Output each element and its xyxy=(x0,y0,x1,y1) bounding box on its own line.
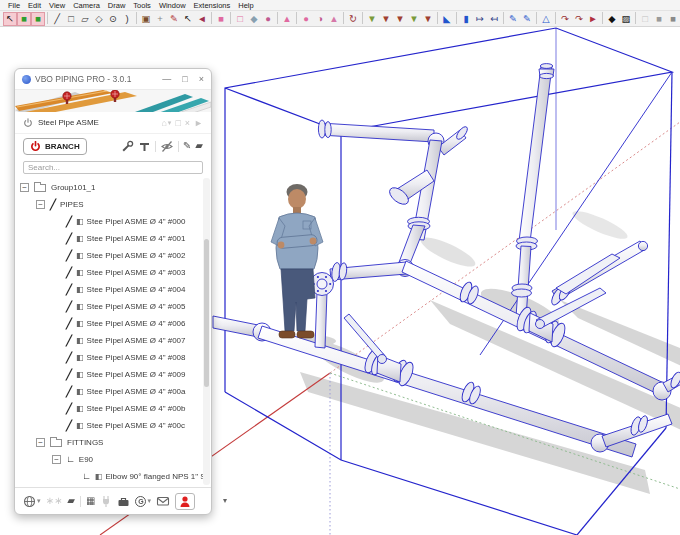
tree-item[interactable]: ╱◧Stee Pipel ASME Ø 4" #005 xyxy=(15,298,211,315)
menu-window[interactable]: Window xyxy=(159,1,186,10)
tree-scrollbar[interactable] xyxy=(203,178,210,485)
cone-tool-icon[interactable]: ▲ xyxy=(280,12,294,26)
eraser-tool-icon[interactable]: ◆ xyxy=(247,12,261,26)
push-pull-icon[interactable]: ■ xyxy=(214,12,228,26)
tree-expander-icon[interactable]: − xyxy=(52,455,61,464)
delete-x-icon[interactable]: × xyxy=(185,118,190,128)
select-icon[interactable]: ↖ xyxy=(3,12,17,26)
menu-extensions[interactable]: Extensions xyxy=(194,1,231,10)
menu-edit[interactable]: Edit xyxy=(28,1,41,10)
eraser-tool-icon[interactable]: ▰ xyxy=(67,495,75,507)
home-dropdown-icon[interactable]: ▾ xyxy=(168,119,172,127)
pencil-blue-1-icon[interactable]: ✎ xyxy=(506,12,520,26)
panel-titlebar[interactable]: VBO PIPING PRO - 3.0.1 — □ × xyxy=(15,69,211,90)
make-component-icon[interactable]: ■ xyxy=(17,12,31,26)
axes-tool-icon[interactable]: + xyxy=(153,12,167,26)
tree-expander-icon[interactable]: − xyxy=(36,200,45,209)
style-monochrome-icon[interactable]: ■ xyxy=(666,12,680,26)
arc-red-2-icon[interactable]: ↷ xyxy=(572,12,586,26)
tree-item[interactable]: ╱◧Stee Pipel ASME Ø 4" #00c xyxy=(15,417,211,434)
select-arrow-icon[interactable]: ↖ xyxy=(181,12,195,26)
flag-tool-icon[interactable]: ◄ xyxy=(195,12,209,26)
tree-expander-icon[interactable]: − xyxy=(36,438,45,447)
style-shaded-icon[interactable]: ■ xyxy=(652,12,666,26)
sandbox-1-icon[interactable]: ▼ xyxy=(365,12,379,26)
rectangle-tool-icon[interactable]: □ xyxy=(64,12,78,26)
xray-mode-icon[interactable]: ▨ xyxy=(619,12,633,26)
tree-item[interactable]: ╱◧Stee Pipel ASME Ø 4" #009 xyxy=(15,366,211,383)
menu-view[interactable]: View xyxy=(49,1,65,10)
scrollbar-thumb[interactable] xyxy=(204,239,209,386)
zoom-window-icon[interactable]: ▣ xyxy=(139,12,153,26)
tree-item[interactable]: ╱◧Stee Pipel ASME Ø 4" #002 xyxy=(15,247,211,264)
export-box-icon[interactable]: □ xyxy=(175,118,180,128)
tree-item[interactable]: ╱◧Stee Pipel ASME Ø 4" #004 xyxy=(15,281,211,298)
mail-envelope-icon[interactable] xyxy=(156,495,170,507)
tree-expander-icon[interactable]: − xyxy=(20,183,29,192)
follow-me-icon[interactable]: ● xyxy=(261,12,275,26)
menu-camera[interactable]: Camera xyxy=(73,1,100,10)
arc-tool-icon[interactable]: ) xyxy=(120,12,134,26)
toolbox-icon[interactable] xyxy=(117,495,130,508)
table-icon[interactable]: ▦ xyxy=(86,495,95,507)
sandbox-5-icon[interactable]: ▼ xyxy=(421,12,435,26)
eye-off-icon[interactable] xyxy=(160,140,174,153)
settings-gears-icon[interactable]: ∗∗ xyxy=(46,495,63,507)
globe-dropdown-icon[interactable]: ▾ xyxy=(37,497,41,505)
arc-red-1-icon[interactable]: ↷ xyxy=(558,12,572,26)
tree-item[interactable]: ╱◧Stee Pipel ASME Ø 4" #00a xyxy=(15,383,211,400)
search-input[interactable] xyxy=(23,161,203,174)
rotated-rectangle-tool-icon[interactable]: ▱ xyxy=(78,12,92,26)
style-wireframe-icon[interactable]: □ xyxy=(638,12,652,26)
dimension-tool-icon[interactable]: ▮ xyxy=(459,12,473,26)
eraser-icon[interactable]: ▰ xyxy=(195,140,203,152)
wrench-icon[interactable] xyxy=(121,140,134,153)
sandbox-3-icon[interactable]: ▼ xyxy=(393,12,407,26)
pencil-blue-2-icon[interactable]: ✎ xyxy=(520,12,534,26)
branch-button[interactable]: BRANCH xyxy=(23,138,87,155)
rotate-tool-icon[interactable]: ↻ xyxy=(346,12,360,26)
tree-item[interactable]: ╱◧Stee Pipel ASME Ø 4" #001 xyxy=(15,230,211,247)
pencil-icon[interactable]: ✎ xyxy=(183,140,191,152)
tree-item[interactable]: −╱PIPES xyxy=(15,196,211,213)
home-icon[interactable]: ⌂ xyxy=(161,118,166,128)
menu-draw[interactable]: Draw xyxy=(108,1,126,10)
tape-measure-icon[interactable]: ↦ xyxy=(473,12,487,26)
pipe-tee-icon[interactable] xyxy=(138,140,151,153)
tree-item[interactable]: ∟◧Elbow 90° flanged NPS 1" St xyxy=(15,468,211,485)
line-tool-icon[interactable]: ╱ xyxy=(50,12,64,26)
sandbox-2-icon[interactable]: ▼ xyxy=(379,12,393,26)
flag-red-icon[interactable]: ► xyxy=(586,12,600,26)
tree-item[interactable]: −FITTINGS xyxy=(15,434,211,451)
shell-tool-icon[interactable]: ◑ xyxy=(313,12,327,26)
tree-item[interactable]: ╱◧Stee Pipel ASME Ø 4" #008 xyxy=(15,349,211,366)
tree-item[interactable]: −∟E90 xyxy=(15,451,211,468)
protractor-icon[interactable]: △ xyxy=(539,12,553,26)
roof-tool-icon[interactable]: ▲ xyxy=(327,12,341,26)
sandbox-4-icon[interactable]: ▼ xyxy=(407,12,421,26)
close-button[interactable]: × xyxy=(199,74,204,84)
globe-icon[interactable]: ▾ xyxy=(23,495,41,508)
user-person-button[interactable] xyxy=(175,493,195,510)
tree-item[interactable]: ╱◧Stee Pipel ASME Ø 4" #007 xyxy=(15,332,211,349)
expand-chevron-icon[interactable]: ▾ xyxy=(223,496,227,505)
menu-tools[interactable]: Tools xyxy=(133,1,151,10)
g-dropdown-icon[interactable]: ▾ xyxy=(147,497,151,505)
section-plane-icon[interactable]: ◣ xyxy=(440,12,454,26)
tape-measure-2-icon[interactable]: ↤ xyxy=(487,12,501,26)
paint-xray-icon[interactable]: ◆ xyxy=(605,12,619,26)
offset-tool-icon[interactable]: □ xyxy=(233,12,247,26)
menu-help[interactable]: Help xyxy=(238,1,253,10)
edit-pencil-icon[interactable]: ✎ xyxy=(167,12,181,26)
tree-item[interactable]: −Group101_1 xyxy=(15,179,211,196)
menu-file[interactable]: File xyxy=(8,1,20,10)
polygon-tool-icon[interactable]: ◇ xyxy=(92,12,106,26)
play-icon[interactable]: ► xyxy=(194,118,203,128)
plug-icon[interactable] xyxy=(100,495,112,508)
tree-item[interactable]: ╱◧Stee Pipel ASME Ø 4" #00b xyxy=(15,400,211,417)
tree-item[interactable]: ╱◧Stee Pipel ASME Ø 4" #000 xyxy=(15,213,211,230)
tree-item[interactable]: ╱◧Stee Pipel ASME Ø 4" #006 xyxy=(15,315,211,332)
scale-tool-icon[interactable]: ● xyxy=(299,12,313,26)
maximize-button[interactable]: □ xyxy=(182,74,187,84)
paint-bucket-icon[interactable]: ■ xyxy=(31,12,45,26)
